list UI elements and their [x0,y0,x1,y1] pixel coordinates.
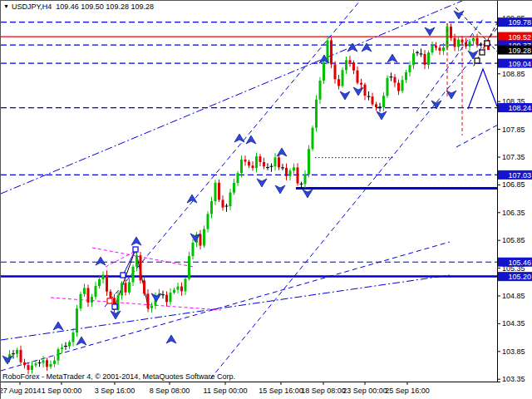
candle-body [289,170,292,176]
candle-body [16,350,18,354]
candle-body [387,78,389,96]
trendline[interactable] [1,275,450,340]
trendline[interactable] [105,1,360,307]
pennant-triangle[interactable] [468,69,497,109]
candle-body [248,161,250,165]
candle-body [76,308,78,332]
fractal-up-arrow-icon [131,237,141,245]
fractal-down-arrow-icon [275,185,285,194]
square-marker[interactable] [133,247,138,252]
y-tick-label: 105.85 [502,236,525,244]
fractal-down-arrow-icon [151,293,161,302]
candlestick-series [5,23,490,374]
y-tick-label: 108.85 [502,70,525,78]
candle-body [263,162,265,166]
square-marker[interactable] [485,41,490,46]
candle-body [233,183,235,193]
fractal-down-arrow-icon [353,87,363,96]
candle-body [83,288,86,293]
candle-body [360,83,362,85]
square-marker[interactable] [475,58,480,63]
x-tick-label: 8 Sep 08:00 [150,387,190,395]
candle-body [203,229,205,245]
x-tick-label: 18 Sep 08:00 [301,387,346,395]
candle-body [207,214,209,229]
symbol-dropdown-icon[interactable]: ▼ [3,3,9,9]
candle-body [352,62,355,71]
trendline[interactable] [1,242,450,371]
candle-body [382,96,385,107]
candle-body [237,173,239,183]
candlestick-chart[interactable]: 109.85109.35108.85108.35107.85107.35106.… [1,1,532,399]
candle-body [140,255,142,280]
horizontal-levels [1,22,497,277]
candle-body [57,349,60,361]
candle-body [297,167,299,183]
candle-body [274,157,277,166]
axes: 109.85109.35108.85108.35107.85107.35106.… [1,1,525,395]
candle-body [308,149,310,174]
candle-body [229,193,232,206]
candle-body [87,288,90,302]
candle-body [427,52,430,65]
candle-body [457,40,460,47]
trendline[interactable] [1,1,462,194]
candle-body [150,306,153,308]
candle-body [80,294,82,308]
candle-body [337,79,340,86]
ohlc-quote-label: 109.46 109.50 109.28 109.28 [56,2,154,11]
candle-body [431,46,434,52]
copyright-text: RoboForex - MetaTrader 4, © 2001-2014, M… [2,372,235,381]
fractal-down-arrow-icon [111,311,121,319]
x-tick-label: 11 Sep 00:00 [204,387,248,395]
candle-body [394,77,397,83]
fractal-up-arrow-icon [76,337,86,345]
candle-body [110,292,112,298]
candle-body [200,234,202,246]
fractal-up-arrow-icon [166,335,176,343]
trendline[interactable] [456,124,500,147]
candle-body [285,168,288,176]
price-badge-label: 108.24 [508,104,531,112]
price-badge-label: 109.04 [508,60,531,68]
square-marker[interactable] [112,304,117,309]
candle-body [315,100,318,128]
candle-body [121,283,123,295]
y-tick-label: 107.35 [502,153,525,161]
candle-body [42,360,45,362]
candle-body [46,360,48,367]
trendline[interactable] [51,298,221,310]
trendline[interactable] [92,248,194,267]
candle-body [125,283,127,292]
fractal-up-arrow-icon [246,135,256,144]
candle-body [435,46,437,47]
candle-body [222,200,224,207]
candle-body [372,96,374,104]
fractal-down-arrow-icon [257,179,267,187]
candle-body [61,347,63,349]
candle-body [53,361,56,364]
mt4-chart-window: 109.85109.35108.85108.35107.85107.35106.… [0,0,532,399]
candle-body [278,157,280,167]
candle-body [312,128,314,150]
symbol-timeframe-label: USDJPY,H4 [12,2,52,11]
candle-body [469,41,471,46]
candle-body [454,38,456,47]
fractal-down-arrow-icon [340,91,350,100]
square-marker[interactable] [121,273,126,278]
candle-body [255,156,258,168]
candle-body [345,60,347,70]
fractal-up-arrow-icon [387,54,397,62]
square-marker[interactable] [480,50,485,55]
trendline[interactable] [210,28,497,379]
x-tick-label: 15 Sep 16:00 [259,387,303,395]
candle-body [31,366,33,370]
square-marker[interactable] [107,298,112,303]
candle-body [23,362,26,365]
x-tick-label: 27 Aug 2014 [1,387,41,395]
candle-body [72,332,75,342]
candle-body [357,71,359,83]
price-badge-label: 107.03 [508,171,531,180]
candle-body [50,364,52,367]
x-tick-label: 25 Sep 16:00 [385,387,430,395]
